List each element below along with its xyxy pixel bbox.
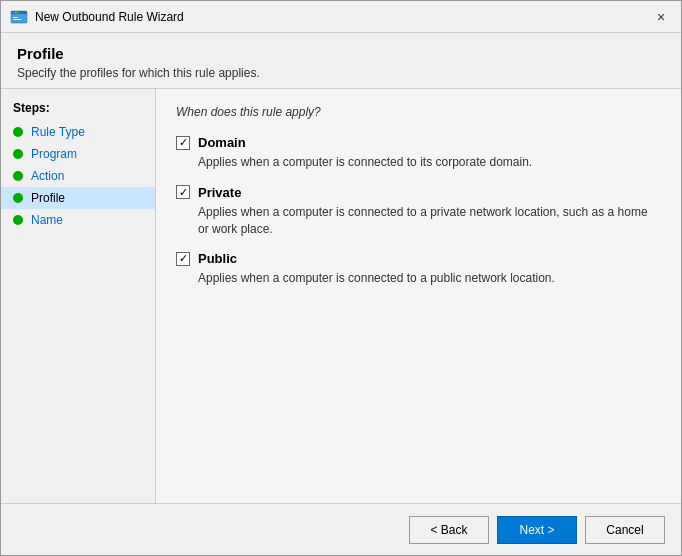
back-button[interactable]: < Back xyxy=(409,516,489,544)
svg-point-4 xyxy=(18,11,20,13)
title-bar-text: New Outbound Rule Wizard xyxy=(35,10,649,24)
right-panel: When does this rule apply? Domain Applie… xyxy=(156,89,681,503)
wizard-icon xyxy=(9,7,29,27)
step-dot-rule-type xyxy=(13,127,23,137)
cancel-button[interactable]: Cancel xyxy=(585,516,665,544)
sidebar-label-program: Program xyxy=(31,147,77,161)
option-domain-description: Applies when a computer is connected to … xyxy=(198,154,661,171)
sidebar-item-profile[interactable]: Profile xyxy=(1,187,155,209)
content-area: Profile Specify the profiles for which t… xyxy=(1,33,681,555)
option-domain-label: Domain xyxy=(198,135,246,150)
option-private-header: Private xyxy=(176,185,661,200)
svg-rect-5 xyxy=(13,17,18,18)
step-dot-name xyxy=(13,215,23,225)
close-button[interactable]: × xyxy=(649,5,673,29)
step-dot-profile xyxy=(13,193,23,203)
svg-point-2 xyxy=(13,11,15,13)
page-header: Profile Specify the profiles for which t… xyxy=(1,33,681,88)
option-public: Public Applies when a computer is connec… xyxy=(176,251,661,287)
option-private-label: Private xyxy=(198,185,241,200)
option-domain: Domain Applies when a computer is connec… xyxy=(176,135,661,171)
question-text: When does this rule apply? xyxy=(176,105,661,119)
option-domain-header: Domain xyxy=(176,135,661,150)
svg-point-3 xyxy=(15,11,17,13)
sidebar-steps-label: Steps: xyxy=(1,97,155,121)
checkbox-public[interactable] xyxy=(176,252,190,266)
option-private: Private Applies when a computer is conne… xyxy=(176,185,661,238)
page-subtitle: Specify the profiles for which this rule… xyxy=(17,66,665,80)
option-public-label: Public xyxy=(198,251,237,266)
sidebar-item-program[interactable]: Program xyxy=(1,143,155,165)
sidebar: Steps: Rule Type Program Action Profile xyxy=(1,89,156,503)
sidebar-label-name: Name xyxy=(31,213,63,227)
sidebar-item-name[interactable]: Name xyxy=(1,209,155,231)
checkbox-private[interactable] xyxy=(176,185,190,199)
next-button[interactable]: Next > xyxy=(497,516,577,544)
sidebar-label-profile: Profile xyxy=(31,191,65,205)
page-title: Profile xyxy=(17,45,665,62)
checkbox-domain[interactable] xyxy=(176,136,190,150)
step-dot-program xyxy=(13,149,23,159)
main-content: Steps: Rule Type Program Action Profile xyxy=(1,89,681,503)
title-bar: New Outbound Rule Wizard × xyxy=(1,1,681,33)
footer: < Back Next > Cancel xyxy=(1,503,681,555)
step-dot-action xyxy=(13,171,23,181)
option-public-header: Public xyxy=(176,251,661,266)
svg-rect-6 xyxy=(13,19,21,20)
sidebar-item-rule-type[interactable]: Rule Type xyxy=(1,121,155,143)
option-public-description: Applies when a computer is connected to … xyxy=(198,270,661,287)
sidebar-item-action[interactable]: Action xyxy=(1,165,155,187)
dialog-window: New Outbound Rule Wizard × Profile Speci… xyxy=(0,0,682,556)
sidebar-label-action: Action xyxy=(31,169,64,183)
option-private-description: Applies when a computer is connected to … xyxy=(198,204,661,238)
sidebar-label-rule-type: Rule Type xyxy=(31,125,85,139)
